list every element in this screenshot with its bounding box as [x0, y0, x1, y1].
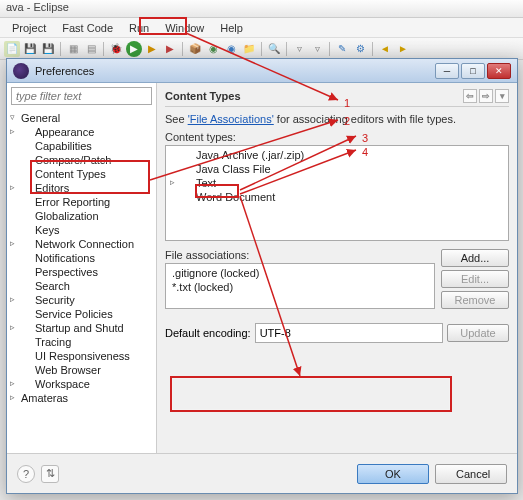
edit-button[interactable]: Edit... [441, 270, 509, 288]
separator [286, 42, 287, 56]
help-icon[interactable]: ? [17, 465, 35, 483]
toolbar-icon[interactable]: ⚙ [352, 41, 368, 57]
eclipse-icon [13, 63, 29, 79]
tree-item[interactable]: Network Connection [7, 237, 156, 251]
tree-item[interactable]: Appearance [7, 125, 156, 139]
tree-item[interactable]: UI Responsiveness [7, 349, 156, 363]
separator [329, 42, 330, 56]
import-export-icon[interactable]: ⇅ [41, 465, 59, 483]
menu-project[interactable]: Project [4, 20, 54, 36]
right-panel: Content Types ⇦ ⇨ ▾ See 'File Associatio… [157, 83, 517, 453]
tree-general[interactable]: General [7, 111, 156, 125]
ok-button[interactable]: OK [357, 464, 429, 484]
external-tools-icon[interactable]: ▶ [162, 41, 178, 57]
toolbar-icon[interactable]: 📁 [241, 41, 257, 57]
dialog-bottom: ? ⇅ OK Cancel [7, 453, 517, 493]
back-icon[interactable]: ◄ [377, 41, 393, 57]
main-window-title: ava - Eclipse [0, 0, 523, 18]
remove-button[interactable]: Remove [441, 291, 509, 309]
file-assoc-label: File associations: [165, 249, 435, 261]
add-button[interactable]: Add... [441, 249, 509, 267]
content-types-list[interactable]: Java Archive (.jar/.zip) Java Class File… [165, 145, 509, 241]
dialog-titlebar: Preferences ─ □ ✕ [7, 59, 517, 83]
preferences-dialog: Preferences ─ □ ✕ General Appearance Cap… [6, 58, 518, 494]
tree-item[interactable]: Notifications [7, 251, 156, 265]
tree-item[interactable]: Service Policies [7, 307, 156, 321]
new-type-icon[interactable]: ◉ [205, 41, 221, 57]
toolbar-icon[interactable]: ▿ [309, 41, 325, 57]
encoding-input[interactable] [255, 323, 443, 343]
tree-item[interactable]: Globalization [7, 209, 156, 223]
menu-fast-code[interactable]: Fast Code [54, 20, 121, 36]
list-item[interactable]: .gitignore (locked) [168, 266, 432, 280]
save-icon[interactable]: 💾 [22, 41, 38, 57]
toolbar-icon[interactable]: ▦ [65, 41, 81, 57]
toolbar: 📄 💾 💾 ▦ ▤ 🐞 ▶ ▶ ▶ 📦 ◉ ◉ 📁 🔍 ▿ ▿ ✎ ⚙ ◄ ► [0, 38, 523, 60]
left-panel: General Appearance Capabilities Compare/… [7, 83, 157, 453]
tree-amateras[interactable]: Amateras [7, 391, 156, 405]
minimize-button[interactable]: ─ [435, 63, 459, 79]
dialog-body: General Appearance Capabilities Compare/… [7, 83, 517, 453]
tree-item[interactable]: Compare/Patch [7, 153, 156, 167]
cancel-button[interactable]: Cancel [435, 464, 507, 484]
tree-item[interactable]: Search [7, 279, 156, 293]
encoding-label: Default encoding: [165, 327, 251, 339]
main-window-title-text: ava - Eclipse [6, 1, 69, 13]
tree-item[interactable]: Security [7, 293, 156, 307]
tree-item[interactable]: Error Reporting [7, 195, 156, 209]
list-item[interactable]: *.txt (locked) [168, 280, 432, 294]
debug-icon[interactable]: 🐞 [108, 41, 124, 57]
save-all-icon[interactable]: 💾 [40, 41, 56, 57]
intro-text: See 'File Associations' for associating … [165, 113, 509, 125]
separator [372, 42, 373, 56]
back-icon[interactable]: ⇦ [463, 89, 477, 103]
tree-item[interactable]: Startup and Shutd [7, 321, 156, 335]
preferences-tree[interactable]: General Appearance Capabilities Compare/… [7, 109, 156, 453]
tree-content-types[interactable]: Content Types [7, 167, 156, 181]
menubar: Project Fast Code Run Window Help [0, 18, 523, 38]
toolbar-icon[interactable]: ✎ [334, 41, 350, 57]
search-icon[interactable]: 🔍 [266, 41, 282, 57]
new-package-icon[interactable]: 📦 [187, 41, 203, 57]
tree-item[interactable]: Perspectives [7, 265, 156, 279]
file-associations-link[interactable]: 'File Associations' [188, 113, 274, 125]
dropdown-icon[interactable]: ▾ [495, 89, 509, 103]
separator [60, 42, 61, 56]
forward-icon[interactable]: ► [395, 41, 411, 57]
close-button[interactable]: ✕ [487, 63, 511, 79]
maximize-button[interactable]: □ [461, 63, 485, 79]
list-item[interactable]: Java Archive (.jar/.zip) [168, 148, 506, 162]
dialog-title: Preferences [35, 65, 433, 77]
tree-item[interactable]: Web Browser [7, 363, 156, 377]
toolbar-icon[interactable]: ▿ [291, 41, 307, 57]
list-item-text[interactable]: Text [168, 176, 506, 190]
list-item[interactable]: Java Class File [168, 162, 506, 176]
content-types-label: Content types: [165, 131, 509, 143]
separator [261, 42, 262, 56]
update-button[interactable]: Update [447, 324, 509, 342]
tree-item[interactable]: Capabilities [7, 139, 156, 153]
new-class-icon[interactable]: ◉ [223, 41, 239, 57]
toolbar-icon[interactable]: 📄 [4, 41, 20, 57]
forward-icon[interactable]: ⇨ [479, 89, 493, 103]
toolbar-icon[interactable]: ▤ [83, 41, 99, 57]
menu-run[interactable]: Run [121, 20, 157, 36]
separator [103, 42, 104, 56]
list-item[interactable]: Word Document [168, 190, 506, 204]
menu-help[interactable]: Help [212, 20, 251, 36]
tree-item[interactable]: Editors [7, 181, 156, 195]
menu-window[interactable]: Window [157, 20, 212, 36]
section-title: Content Types ⇦ ⇨ ▾ [165, 89, 509, 107]
coverage-icon[interactable]: ▶ [144, 41, 160, 57]
filter-input[interactable] [11, 87, 152, 105]
tree-item[interactable]: Tracing [7, 335, 156, 349]
file-associations-list[interactable]: .gitignore (locked) *.txt (locked) [165, 263, 435, 309]
tree-item[interactable]: Keys [7, 223, 156, 237]
run-icon[interactable]: ▶ [126, 41, 142, 57]
tree-item[interactable]: Workspace [7, 377, 156, 391]
separator [182, 42, 183, 56]
